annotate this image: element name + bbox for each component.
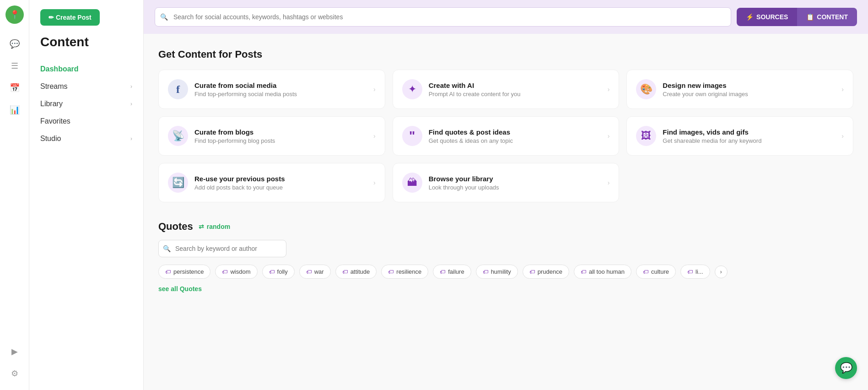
nav-item-dashboard[interactable]: Dashboard — [40, 60, 132, 78]
quotes-title: Quotes — [158, 221, 193, 233]
nav-item-library[interactable]: Library › — [40, 95, 132, 113]
random-button[interactable]: ⇄ random — [199, 223, 230, 230]
card-icon-images: 🖼 — [636, 126, 656, 146]
sidebar-icon-calendar[interactable]: 📅 — [5, 79, 24, 97]
card-icon-blog: 📡 — [168, 126, 188, 146]
card-icon-library: 🏔 — [402, 173, 422, 193]
sidebar-icon-list[interactable]: ☰ — [5, 57, 24, 75]
shuffle-icon: ⇄ — [199, 223, 204, 230]
tags-row: 🏷persistence🏷wisdom🏷folly🏷war🏷attitude🏷r… — [158, 265, 853, 279]
quotes-search-input[interactable] — [158, 240, 286, 257]
quote-tag[interactable]: 🏷failure — [433, 265, 471, 279]
tag-icon: 🏷 — [342, 269, 348, 275]
chat-bubble[interactable]: 💬 — [835, 357, 857, 379]
main-content: 🔍 ⚡ SOURCES 📋 CONTENT Get Content for Po… — [144, 0, 868, 390]
card-icon-facebook: f — [168, 79, 188, 99]
tag-icon: 🏷 — [529, 269, 535, 275]
tag-icon: 🏷 — [306, 269, 312, 275]
quote-tag[interactable]: 🏷prudence — [523, 265, 569, 279]
quote-tag[interactable]: 🏷resilience — [381, 265, 428, 279]
quote-tag[interactable]: 🏷attitude — [335, 265, 377, 279]
tag-icon: 🏷 — [581, 269, 586, 275]
left-nav: ✏ Create Post Content Dashboard Streams … — [29, 0, 144, 390]
card-icon-reuse: 🔄 — [168, 173, 188, 193]
create-post-button[interactable]: ✏ Create Post — [40, 9, 100, 26]
tag-icon: 🏷 — [643, 269, 648, 275]
tab-group: ⚡ SOURCES 📋 CONTENT — [737, 8, 857, 26]
nav-item-streams[interactable]: Streams › — [40, 78, 132, 95]
see-all-quotes-link[interactable]: see all Quotes — [158, 285, 202, 292]
card-icon-ai: ✦ — [402, 79, 422, 99]
card-find-quotes[interactable]: " Find quotes & post ideas Get quotes & … — [393, 116, 620, 156]
quotes-header: Quotes ⇄ random — [158, 221, 853, 233]
quote-tag[interactable]: 🏷persistence — [158, 265, 210, 279]
sources-icon: ⚡ — [746, 13, 754, 21]
content-cards-grid: f Curate from social media Find top-perf… — [158, 70, 853, 202]
sidebar-icon-home[interactable]: 💬 — [5, 35, 24, 53]
card-design-images[interactable]: 🎨 Design new images Create your own orig… — [626, 70, 853, 109]
tag-icon: 🏷 — [440, 269, 445, 275]
tag-icon: 🏷 — [269, 269, 275, 275]
card-curate-blogs[interactable]: 📡 Curate from blogs Find top-performing … — [158, 116, 385, 156]
app-logo[interactable]: 📍 — [5, 5, 24, 24]
tab-sources[interactable]: ⚡ SOURCES — [737, 8, 797, 26]
card-curate-social[interactable]: f Curate from social media Find top-perf… — [158, 70, 385, 109]
tag-icon: 🏷 — [687, 269, 693, 275]
get-content-title: Get Content for Posts — [158, 49, 853, 60]
quote-tag[interactable]: 🏷li... — [680, 265, 710, 279]
nav-item-studio[interactable]: Studio › — [40, 130, 132, 147]
chevron-icon: › — [130, 83, 132, 90]
sidebar-icon-play[interactable]: ▶ — [5, 342, 24, 361]
sidebar-icon-analytics[interactable]: 📊 — [5, 101, 24, 119]
search-icon: 🔍 — [160, 13, 168, 21]
card-reuse-posts[interactable]: 🔄 Re-use your previous posts Add old pos… — [158, 163, 385, 202]
top-bar: 🔍 ⚡ SOURCES 📋 CONTENT — [144, 0, 868, 34]
chevron-icon: › — [608, 86, 610, 93]
nav-item-favorites[interactable]: Favorites — [40, 113, 132, 130]
chevron-icon: › — [130, 135, 132, 142]
card-icon-quotes: " — [402, 126, 422, 146]
chevron-icon: › — [373, 179, 376, 186]
card-browse-library[interactable]: 🏔 Browse your library Look through your … — [393, 163, 620, 202]
chevron-icon: › — [373, 132, 376, 140]
quote-tag[interactable]: 🏷culture — [636, 265, 676, 279]
chevron-icon: › — [841, 132, 844, 140]
quote-tag[interactable]: 🏷wisdom — [215, 265, 257, 279]
card-icon-design: 🎨 — [636, 79, 656, 99]
tab-content[interactable]: 📋 CONTENT — [797, 8, 857, 26]
tag-icon: 🏷 — [388, 269, 394, 275]
left-nav-title: Content — [40, 35, 132, 49]
content-icon: 📋 — [806, 13, 814, 21]
tag-icon: 🏷 — [483, 269, 488, 275]
quote-tag[interactable]: 🏷war — [299, 265, 331, 279]
page-body: Get Content for Posts f Curate from soci… — [144, 34, 868, 308]
quotes-search-wrap: 🔍 — [158, 240, 286, 257]
chevron-icon: › — [608, 132, 610, 140]
icon-sidebar: 📍 💬 ☰ 📅 📊 ▶ ⚙ — [0, 0, 29, 390]
quote-tag[interactable]: 🏷humility — [476, 265, 518, 279]
global-search-input[interactable] — [155, 7, 731, 27]
chevron-icon: › — [130, 101, 132, 107]
search-wrapper: 🔍 — [155, 7, 731, 27]
card-create-ai[interactable]: ✦ Create with AI Prompt AI to create con… — [393, 70, 620, 109]
search-icon: 🔍 — [163, 245, 171, 252]
tag-icon: 🏷 — [165, 269, 171, 275]
tags-next-arrow[interactable]: › — [715, 265, 728, 278]
sidebar-icon-settings[interactable]: ⚙ — [5, 364, 24, 383]
card-find-images[interactable]: 🖼 Find images, vids and gifs Get shareab… — [626, 116, 853, 156]
quote-tag[interactable]: 🏷all too human — [574, 265, 631, 279]
chevron-icon: › — [373, 86, 376, 93]
chevron-icon: › — [608, 179, 610, 186]
chevron-icon: › — [841, 86, 844, 93]
quote-tag[interactable]: 🏷folly — [262, 265, 295, 279]
tag-icon: 🏷 — [222, 269, 227, 275]
